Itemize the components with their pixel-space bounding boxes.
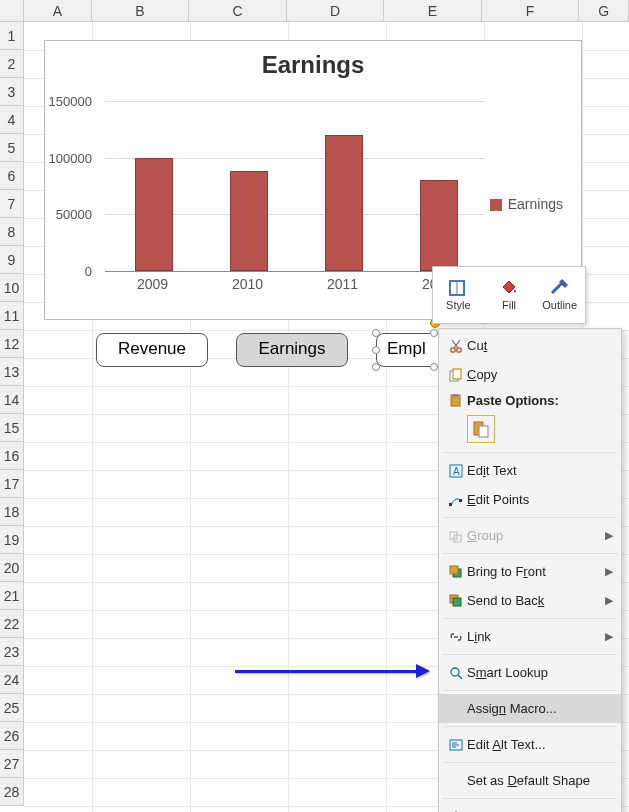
send-back-icon bbox=[445, 594, 467, 608]
label: Fill bbox=[502, 299, 516, 311]
employees-button[interactable]: Empl bbox=[376, 333, 446, 367]
row-header[interactable]: 17 bbox=[0, 470, 24, 498]
submenu-arrow-icon: ▶ bbox=[605, 529, 613, 542]
paste-option-button[interactable] bbox=[467, 415, 495, 443]
outline-icon bbox=[550, 279, 570, 297]
row-header[interactable]: 19 bbox=[0, 526, 24, 554]
row-header[interactable]: 18 bbox=[0, 498, 24, 526]
copy-menuitem[interactable]: Copy bbox=[439, 360, 621, 389]
style-button[interactable]: Style bbox=[433, 267, 484, 323]
bring-to-front-menuitem[interactable]: Bring to Front ▶ bbox=[439, 557, 621, 586]
col-header[interactable]: C bbox=[189, 0, 287, 21]
selection-handle[interactable] bbox=[430, 329, 438, 337]
cut-icon bbox=[445, 339, 467, 353]
group-icon bbox=[445, 529, 467, 543]
row-header[interactable]: 21 bbox=[0, 582, 24, 610]
svg-rect-6 bbox=[453, 394, 458, 397]
grid-corner[interactable] bbox=[0, 0, 24, 22]
row-header[interactable]: 14 bbox=[0, 386, 24, 414]
svg-rect-11 bbox=[449, 503, 452, 506]
edit-text-menuitem[interactable]: A Edit Text bbox=[439, 456, 621, 485]
link-menuitem[interactable]: Link ▶ bbox=[439, 622, 621, 651]
col-header[interactable]: F bbox=[482, 0, 580, 21]
row-header[interactable]: 23 bbox=[0, 638, 24, 666]
col-header[interactable]: G bbox=[579, 0, 629, 21]
row-header[interactable]: 24 bbox=[0, 666, 24, 694]
bar bbox=[325, 135, 363, 271]
submenu-arrow-icon: ▶ bbox=[605, 594, 613, 607]
row-header[interactable]: 22 bbox=[0, 610, 24, 638]
svg-rect-4 bbox=[453, 369, 461, 379]
selection-handle[interactable] bbox=[430, 363, 438, 371]
context-menu: Cut Copy Paste Options: A Edit Text Edit… bbox=[438, 328, 622, 812]
row-header[interactable]: 28 bbox=[0, 778, 24, 806]
row-header[interactable]: 5 bbox=[0, 134, 24, 162]
mini-toolbar: Style Fill Outline bbox=[432, 266, 586, 324]
selection-handle[interactable] bbox=[372, 346, 380, 354]
submenu-arrow-icon: ▶ bbox=[605, 565, 613, 578]
earnings-button[interactable]: Earnings bbox=[236, 333, 348, 367]
row-header[interactable]: 25 bbox=[0, 694, 24, 722]
default-shape-menuitem[interactable]: Set as Default Shape bbox=[439, 766, 621, 795]
y-tick: 150000 bbox=[49, 94, 92, 109]
row-header[interactable]: 20 bbox=[0, 554, 24, 582]
row-header[interactable]: 6 bbox=[0, 162, 24, 190]
row-header[interactable]: 4 bbox=[0, 106, 24, 134]
edit-text-icon: A bbox=[445, 464, 467, 478]
svg-point-19 bbox=[451, 668, 459, 676]
fill-icon bbox=[499, 279, 519, 297]
row-header[interactable]: 12 bbox=[0, 330, 24, 358]
x-tick: 2010 bbox=[200, 276, 295, 296]
label: Edit Text bbox=[467, 463, 517, 478]
smart-lookup-icon bbox=[445, 666, 467, 680]
size-properties-menuitem[interactable]: Size and Properties... bbox=[439, 802, 621, 812]
label: Paste Options: bbox=[467, 393, 559, 408]
send-to-back-menuitem[interactable]: Send to Back ▶ bbox=[439, 586, 621, 615]
label: Send to Back bbox=[467, 593, 544, 608]
style-icon bbox=[448, 279, 468, 297]
selection-handle[interactable] bbox=[372, 329, 380, 337]
row-header[interactable]: 16 bbox=[0, 442, 24, 470]
plot-area bbox=[105, 101, 485, 271]
col-header[interactable]: E bbox=[384, 0, 482, 21]
label: Group bbox=[467, 528, 503, 543]
row-header[interactable]: 1 bbox=[0, 22, 24, 50]
svg-rect-12 bbox=[459, 499, 462, 502]
row-header[interactable]: 8 bbox=[0, 218, 24, 246]
selection-handle[interactable] bbox=[372, 363, 380, 371]
row-header[interactable]: 2 bbox=[0, 50, 24, 78]
assign-macro-menuitem[interactable]: Assign Macro... bbox=[439, 694, 621, 723]
y-tick: 50000 bbox=[56, 207, 92, 222]
label: Link bbox=[467, 629, 491, 644]
fill-button[interactable]: Fill bbox=[484, 267, 535, 323]
legend: Earnings bbox=[490, 196, 563, 212]
bring-front-icon bbox=[445, 565, 467, 579]
svg-point-2 bbox=[457, 347, 461, 351]
cut-menuitem[interactable]: Cut bbox=[439, 331, 621, 360]
outline-button[interactable]: Outline bbox=[534, 267, 585, 323]
row-header[interactable]: 7 bbox=[0, 190, 24, 218]
row-header[interactable]: 11 bbox=[0, 302, 24, 330]
smart-lookup-menuitem[interactable]: Smart Lookup bbox=[439, 658, 621, 687]
col-header[interactable]: D bbox=[287, 0, 385, 21]
svg-text:A: A bbox=[453, 466, 460, 477]
row-header[interactable]: 10 bbox=[0, 274, 24, 302]
revenue-button[interactable]: Revenue bbox=[96, 333, 208, 367]
col-header[interactable]: B bbox=[92, 0, 190, 21]
row-header[interactable]: 15 bbox=[0, 414, 24, 442]
edit-points-menuitem[interactable]: Edit Points bbox=[439, 485, 621, 514]
edit-alt-text-menuitem[interactable]: Edit Alt Text... bbox=[439, 730, 621, 759]
bar bbox=[230, 171, 268, 271]
row-header[interactable]: 27 bbox=[0, 750, 24, 778]
svg-rect-8 bbox=[479, 426, 488, 437]
copy-icon bbox=[445, 368, 467, 382]
row-header[interactable]: 13 bbox=[0, 358, 24, 386]
row-header[interactable]: 9 bbox=[0, 246, 24, 274]
label: Outline bbox=[542, 299, 577, 311]
row-header[interactable]: 3 bbox=[0, 78, 24, 106]
y-axis: 150000 100000 50000 0 bbox=[45, 101, 100, 271]
x-tick: 2011 bbox=[295, 276, 390, 296]
row-header[interactable]: 26 bbox=[0, 722, 24, 750]
col-header[interactable]: A bbox=[24, 0, 92, 21]
bar bbox=[420, 180, 458, 271]
